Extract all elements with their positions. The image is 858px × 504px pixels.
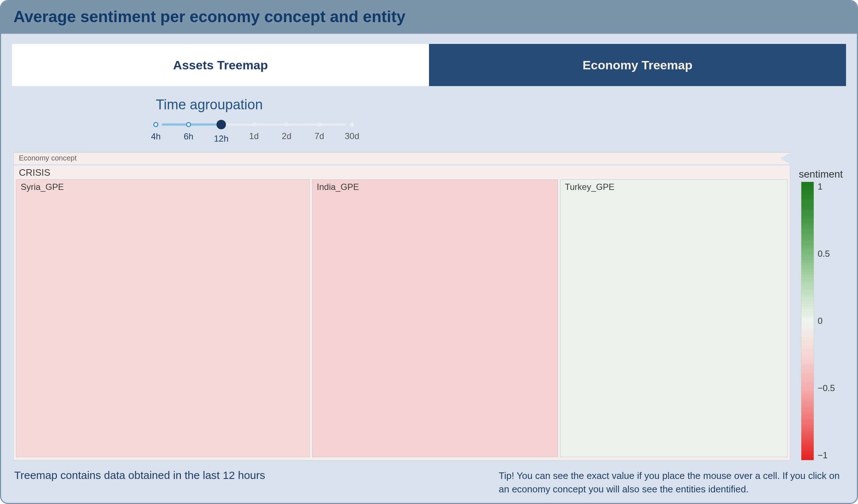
legend-tick: 0 — [818, 316, 835, 326]
slider-dot[interactable] — [252, 122, 256, 127]
treemap-breadcrumb[interactable]: Economy concept — [14, 153, 790, 164]
legend-tick: 0.5 — [818, 249, 835, 259]
slider-stop-label: 7d — [315, 131, 324, 141]
slider-stop-label: 30d — [345, 131, 359, 141]
tab-economy-treemap[interactable]: Economy Treemap — [429, 44, 846, 86]
slider-stop-label: 12h — [214, 134, 228, 144]
slider-stops: 4h6h12h1d2d7d30d — [156, 119, 352, 145]
treemap-cells: Syria_GPEIndia_GPETurkey_GPE — [14, 179, 790, 460]
slider-stop-label: 2d — [282, 131, 292, 141]
legend-tick: −1 — [818, 450, 835, 460]
tab-assets-treemap[interactable]: Assets Treemap — [12, 44, 429, 86]
legend-ticks: 10.50−0.5−1 — [818, 182, 835, 460]
sentiment-panel: Average sentiment per economy concept an… — [0, 0, 858, 504]
time-agroupation-slider[interactable]: 4h6h12h1d2d7d30d — [156, 119, 352, 145]
tab-bar: Assets Treemap Economy Treemap — [12, 44, 846, 86]
slider-dot[interactable] — [350, 122, 354, 127]
slider-stop-label: 6h — [184, 131, 194, 142]
legend-body: 10.50−0.5−1 — [801, 182, 835, 460]
footer-status: Treemap contains data obtained in the la… — [14, 469, 265, 481]
tab-label: Economy Treemap — [583, 58, 692, 72]
page-title: Average sentiment per economy concept an… — [13, 8, 845, 26]
slider-dot[interactable] — [317, 122, 321, 127]
time-agroupation-title: Time agroupation — [156, 97, 846, 113]
footer-tip: Tip! You can see the exact value if you … — [499, 469, 844, 496]
legend-colorbar — [801, 182, 814, 460]
slider-stop-label: 1d — [249, 131, 259, 141]
treemap[interactable]: Economy concept CRISIS Syria_GPEIndia_GP… — [13, 153, 790, 460]
tab-label: Assets Treemap — [173, 58, 268, 72]
legend-tick: −0.5 — [818, 383, 835, 393]
treemap-group-label[interactable]: CRISIS — [14, 166, 790, 179]
time-agroupation-block: Time agroupation 4h6h12h1d2d7d30d — [12, 86, 846, 153]
panel-body: Assets Treemap Economy Treemap Time agro… — [1, 34, 857, 503]
panel-header: Average sentiment per economy concept an… — [1, 1, 857, 34]
treemap-cell[interactable]: India_GPE — [312, 179, 558, 457]
treemap-cell[interactable]: Syria_GPE — [16, 179, 310, 457]
slider-dot[interactable] — [153, 122, 158, 127]
treemap-cell[interactable]: Turkey_GPE — [560, 179, 788, 457]
panel-footer: Treemap contains data obtained in the la… — [12, 460, 846, 496]
legend-tick: 1 — [818, 182, 835, 192]
legend-title: sentiment — [799, 168, 843, 180]
slider-stop-label: 4h — [151, 131, 161, 142]
slider-dot[interactable] — [284, 122, 289, 127]
slider-dot[interactable] — [186, 122, 191, 127]
chart-row: Economy concept CRISIS Syria_GPEIndia_GP… — [12, 153, 846, 460]
color-legend: sentiment 10.50−0.5−1 — [801, 153, 845, 460]
slider-handle[interactable] — [216, 120, 226, 129]
